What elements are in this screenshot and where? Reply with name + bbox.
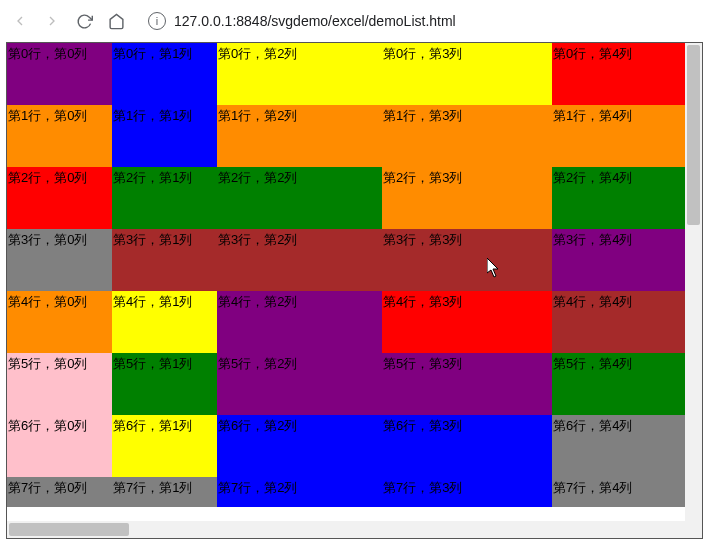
grid-cell[interactable]: 第5行，第4列 xyxy=(552,353,687,415)
grid-cell[interactable]: 第0行，第0列 xyxy=(7,43,112,105)
grid-cell[interactable]: 第7行，第2列 xyxy=(217,477,382,507)
page-viewport: 第0行，第0列第0行，第1列第0行，第2列第0行，第3列第0行，第4列第1行，第… xyxy=(6,42,703,539)
grid-cell[interactable]: 第1行，第2列 xyxy=(217,105,382,167)
grid-cell[interactable]: 第0行，第3列 xyxy=(382,43,552,105)
horizontal-scrollbar[interactable] xyxy=(7,521,685,538)
grid-cell[interactable]: 第5行，第1列 xyxy=(112,353,217,415)
grid-cell[interactable]: 第6行，第1列 xyxy=(112,415,217,477)
grid-cell[interactable]: 第1行，第0列 xyxy=(7,105,112,167)
grid-cell[interactable]: 第4行，第1列 xyxy=(112,291,217,353)
grid-row: 第6行，第0列第6行，第1列第6行，第2列第6行，第3列第6行，第4列 xyxy=(7,415,703,477)
grid-row: 第5行，第0列第5行，第1列第5行，第2列第5行，第3列第5行，第4列 xyxy=(7,353,703,415)
reload-button[interactable] xyxy=(74,11,94,31)
grid-row: 第3行，第0列第3行，第1列第3行，第2列第3行，第3列第3行，第4列 xyxy=(7,229,703,291)
grid-cell[interactable]: 第2行，第0列 xyxy=(7,167,112,229)
grid-row: 第0行，第0列第0行，第1列第0行，第2列第0行，第3列第0行，第4列 xyxy=(7,43,703,105)
grid-cell[interactable]: 第3行，第3列 xyxy=(382,229,552,291)
grid-row: 第7行，第0列第7行，第1列第7行，第2列第7行，第3列第7行，第4列 xyxy=(7,477,703,507)
scroll-corner xyxy=(685,521,702,538)
grid-cell[interactable]: 第2行，第2列 xyxy=(217,167,382,229)
grid-cell[interactable]: 第4行，第0列 xyxy=(7,291,112,353)
grid-cell[interactable]: 第6行，第0列 xyxy=(7,415,112,477)
grid-cell[interactable]: 第3行，第0列 xyxy=(7,229,112,291)
back-button[interactable] xyxy=(10,11,30,31)
grid-cell[interactable]: 第7行，第3列 xyxy=(382,477,552,507)
forward-button[interactable] xyxy=(42,11,62,31)
grid-cell[interactable]: 第7行，第1列 xyxy=(112,477,217,507)
address-bar[interactable]: i 127.0.0.1:8848/svgdemo/excel/demoList.… xyxy=(138,8,700,34)
grid-cell[interactable]: 第7行，第4列 xyxy=(552,477,687,507)
grid-cell[interactable]: 第2行，第3列 xyxy=(382,167,552,229)
horizontal-scroll-thumb[interactable] xyxy=(9,523,129,536)
grid-cell[interactable]: 第3行，第4列 xyxy=(552,229,687,291)
grid-cell[interactable]: 第0行，第1列 xyxy=(112,43,217,105)
grid-cell[interactable]: 第0行，第4列 xyxy=(552,43,687,105)
grid-cell[interactable]: 第1行，第1列 xyxy=(112,105,217,167)
grid-cell[interactable]: 第4行，第2列 xyxy=(217,291,382,353)
vertical-scrollbar[interactable] xyxy=(685,43,702,521)
grid-cell[interactable]: 第5行，第3列 xyxy=(382,353,552,415)
browser-toolbar: i 127.0.0.1:8848/svgdemo/excel/demoList.… xyxy=(0,0,710,42)
grid-cell[interactable]: 第2行，第4列 xyxy=(552,167,687,229)
grid-cell[interactable]: 第4行，第4列 xyxy=(552,291,687,353)
grid-cell[interactable]: 第3行，第2列 xyxy=(217,229,382,291)
info-icon: i xyxy=(148,12,166,30)
grid-cell[interactable]: 第4行，第3列 xyxy=(382,291,552,353)
grid-cell[interactable]: 第3行，第1列 xyxy=(112,229,217,291)
grid-cell[interactable]: 第0行，第2列 xyxy=(217,43,382,105)
grid-cell[interactable]: 第2行，第1列 xyxy=(112,167,217,229)
grid-cell[interactable]: 第1行，第3列 xyxy=(382,105,552,167)
grid-cell[interactable]: 第6行，第2列 xyxy=(217,415,382,477)
grid-row: 第4行，第0列第4行，第1列第4行，第2列第4行，第3列第4行，第4列 xyxy=(7,291,703,353)
vertical-scroll-thumb[interactable] xyxy=(687,45,700,225)
grid-cell[interactable]: 第6行，第3列 xyxy=(382,415,552,477)
color-grid: 第0行，第0列第0行，第1列第0行，第2列第0行，第3列第0行，第4列第1行，第… xyxy=(7,43,703,507)
grid-row: 第2行，第0列第2行，第1列第2行，第2列第2行，第3列第2行，第4列 xyxy=(7,167,703,229)
url-text: 127.0.0.1:8848/svgdemo/excel/demoList.ht… xyxy=(174,13,456,29)
grid-cell[interactable]: 第6行，第4列 xyxy=(552,415,687,477)
grid-cell[interactable]: 第5行，第0列 xyxy=(7,353,112,415)
grid-cell[interactable]: 第7行，第0列 xyxy=(7,477,112,507)
grid-cell[interactable]: 第1行，第4列 xyxy=(552,105,687,167)
grid-cell[interactable]: 第5行，第2列 xyxy=(217,353,382,415)
home-button[interactable] xyxy=(106,11,126,31)
grid-row: 第1行，第0列第1行，第1列第1行，第2列第1行，第3列第1行，第4列 xyxy=(7,105,703,167)
